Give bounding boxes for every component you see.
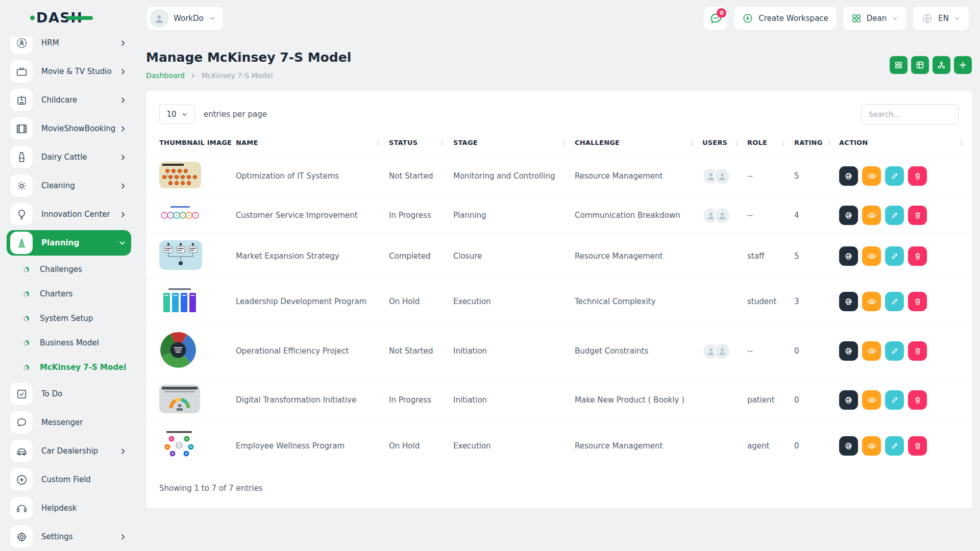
- create-workspace-button[interactable]: Create Workspace: [734, 7, 837, 30]
- edit-button[interactable]: [885, 206, 904, 225]
- print-button[interactable]: [839, 390, 858, 410]
- sort-icon: [733, 139, 740, 146]
- sidebar-item-car-dealership[interactable]: Car Dealership: [10, 437, 132, 465]
- language-menu[interactable]: EN: [913, 7, 969, 30]
- view-button[interactable]: [862, 390, 881, 410]
- workspace-switcher[interactable]: WorkDo: [147, 7, 223, 30]
- column-header-rating[interactable]: RATING: [794, 135, 839, 155]
- grid-view-button[interactable]: [890, 56, 908, 74]
- cell-thumbnail: [146, 155, 236, 197]
- cell-stage: Initiation: [453, 324, 575, 378]
- hierarchy-view-button[interactable]: [933, 56, 950, 74]
- sidebar-item-settings[interactable]: Settings: [10, 522, 132, 551]
- delete-button[interactable]: [908, 341, 927, 361]
- delete-button[interactable]: [908, 246, 927, 266]
- edit-button[interactable]: [885, 292, 904, 311]
- table-card: 10 entries per page THUMBNAIL IMAGENAMES…: [146, 91, 972, 508]
- cell-role: staff: [747, 234, 794, 279]
- messages-button[interactable]: 0: [704, 7, 727, 30]
- sidebar-subitem-business-model[interactable]: Business Model: [10, 331, 132, 355]
- sidebar-item-innovation-center[interactable]: Innovation Center: [10, 200, 132, 229]
- view-button[interactable]: [862, 341, 881, 361]
- sidebar-item-icon-box: [10, 468, 33, 491]
- sidebar-item-label: MovieShowBooking: [41, 124, 119, 133]
- sidebar-item-icon-box: [10, 203, 33, 226]
- hierarchy-icon: [937, 61, 946, 69]
- print-button[interactable]: [839, 206, 858, 225]
- sidebar-item-movieshowbooking[interactable]: MovieShowBooking: [10, 114, 132, 143]
- chevron-down-icon: [209, 15, 216, 22]
- sidebar-item-label: Movie & TV Studio: [41, 67, 119, 76]
- delete-button[interactable]: [908, 206, 927, 225]
- print-button[interactable]: [839, 292, 858, 311]
- column-header-thumbnail-image[interactable]: THUMBNAIL IMAGE: [146, 135, 236, 155]
- sidebar-item-hrm[interactable]: HRM: [10, 37, 132, 57]
- column-header-challenge[interactable]: CHALLENGE: [575, 135, 702, 155]
- print-button[interactable]: [839, 341, 858, 361]
- view-button[interactable]: [862, 206, 881, 225]
- avatar[interactable]: [714, 168, 730, 185]
- print-button[interactable]: [839, 246, 858, 266]
- cell-users: [702, 234, 747, 279]
- user-avatars: [702, 343, 740, 360]
- sort-icon: [688, 139, 695, 146]
- page-head: Manage McKinsey 7-S Model Dashboard McKi…: [146, 50, 972, 80]
- edit-button[interactable]: [885, 166, 904, 186]
- view-button[interactable]: [862, 436, 881, 456]
- avatar[interactable]: [714, 343, 730, 360]
- page-size-select[interactable]: 10: [159, 105, 195, 124]
- table-view-button[interactable]: [911, 56, 929, 74]
- messages-badge: 0: [717, 8, 726, 18]
- table-row: Optimization of IT SystemsNot StartedMon…: [146, 155, 972, 197]
- sidebar-item-to-do[interactable]: To Do: [10, 380, 132, 408]
- column-header-action[interactable]: ACTION: [839, 135, 972, 155]
- sidebar-item-messenger[interactable]: Messenger: [10, 408, 132, 437]
- delete-button[interactable]: [908, 390, 927, 410]
- thumbnail-network-diagram: [159, 162, 201, 188]
- sidebar-subitem-label: McKinsey 7-S Model: [40, 363, 126, 372]
- sidebar-subitem-charters[interactable]: Charters: [10, 282, 132, 306]
- print-button[interactable]: [839, 436, 858, 456]
- view-button[interactable]: [862, 166, 881, 186]
- avatar[interactable]: [714, 207, 730, 224]
- sidebar-item-dairy-cattle[interactable]: Dairy Cattle: [10, 143, 132, 171]
- pencil-icon: [891, 442, 899, 450]
- delete-button[interactable]: [908, 166, 927, 186]
- breadcrumb-dashboard-link[interactable]: Dashboard: [146, 71, 185, 80]
- sidebar-item-custom-field[interactable]: Custom Field: [10, 465, 132, 494]
- sidebar-item-cleaning[interactable]: Cleaning: [10, 171, 132, 200]
- column-header-role[interactable]: ROLE: [747, 135, 794, 155]
- sidebar-item-helpdesk[interactable]: Helpdesk: [10, 494, 132, 522]
- view-button[interactable]: [862, 246, 881, 266]
- sidebar-subitem-system-setup[interactable]: System Setup: [10, 306, 132, 331]
- column-header-name[interactable]: NAME: [236, 135, 389, 155]
- edit-button[interactable]: [885, 341, 904, 361]
- view-button[interactable]: [862, 292, 881, 311]
- chevron-right-icon: [119, 154, 127, 161]
- sidebar-subitem-mckinsey-7-s-model[interactable]: McKinsey 7-S Model: [10, 355, 132, 380]
- edit-button[interactable]: [885, 246, 904, 266]
- cell-thumbnail: [146, 234, 236, 279]
- search-input[interactable]: [861, 104, 959, 124]
- add-button[interactable]: [954, 56, 972, 74]
- column-header-users[interactable]: USERS: [702, 135, 747, 155]
- print-button[interactable]: [839, 166, 858, 186]
- cell-actions: [839, 197, 972, 234]
- sidebar-item-movie-tv-studio[interactable]: Movie & TV Studio: [10, 57, 132, 86]
- sidebar-item-childcare[interactable]: Childcare: [10, 86, 132, 114]
- user-menu[interactable]: Dean: [843, 7, 906, 30]
- sort-icon: [375, 139, 382, 146]
- cell-stage: Planning: [453, 197, 575, 234]
- edit-button[interactable]: [885, 390, 904, 410]
- sidebar-item-planning[interactable]: Planning: [7, 230, 131, 256]
- edit-button[interactable]: [885, 436, 904, 456]
- sidebar-subitem-challenges[interactable]: Challenges: [10, 257, 132, 282]
- thumbnail-flow-circles: [159, 204, 201, 224]
- column-header-status[interactable]: STATUS: [389, 135, 453, 155]
- delete-button[interactable]: [908, 292, 927, 311]
- cone-icon: [15, 237, 28, 249]
- childcare-building-icon: [15, 94, 28, 107]
- cell-stage: Execution: [453, 422, 575, 470]
- delete-button[interactable]: [908, 436, 927, 456]
- column-header-stage[interactable]: STAGE: [453, 135, 575, 155]
